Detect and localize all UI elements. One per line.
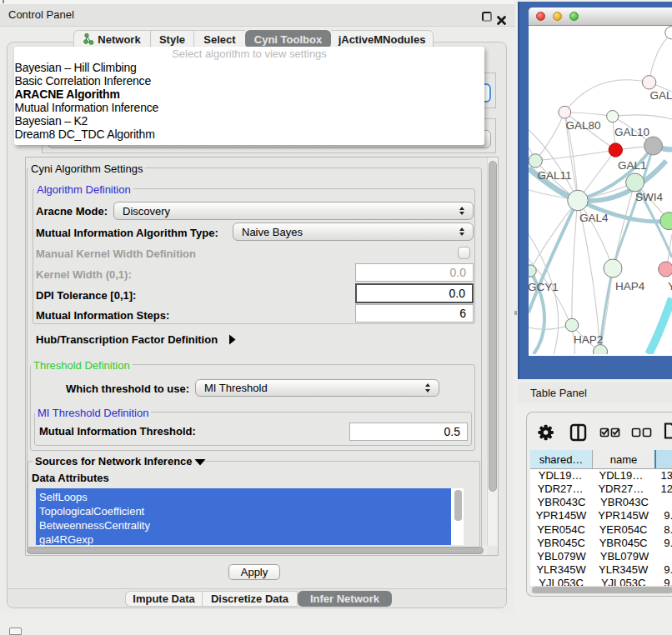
svg-text:GCY1: GCY1 [529, 281, 559, 293]
svg-text:GAL4: GAL4 [579, 212, 609, 224]
svg-text:GAL80: GAL80 [566, 119, 601, 132]
svg-text:GAL10: GAL10 [614, 126, 649, 138]
svg-text:GAL: GAL [650, 89, 672, 102]
svg-text:Y: Y [668, 280, 672, 292]
svg-text:HAP4: HAP4 [615, 280, 645, 292]
svg-text:GAL11: GAL11 [538, 169, 572, 182]
svg-text:GAL1: GAL1 [618, 159, 647, 172]
svg-text:SWI4: SWI4 [635, 191, 663, 203]
svg-text:HAP2: HAP2 [574, 333, 603, 346]
